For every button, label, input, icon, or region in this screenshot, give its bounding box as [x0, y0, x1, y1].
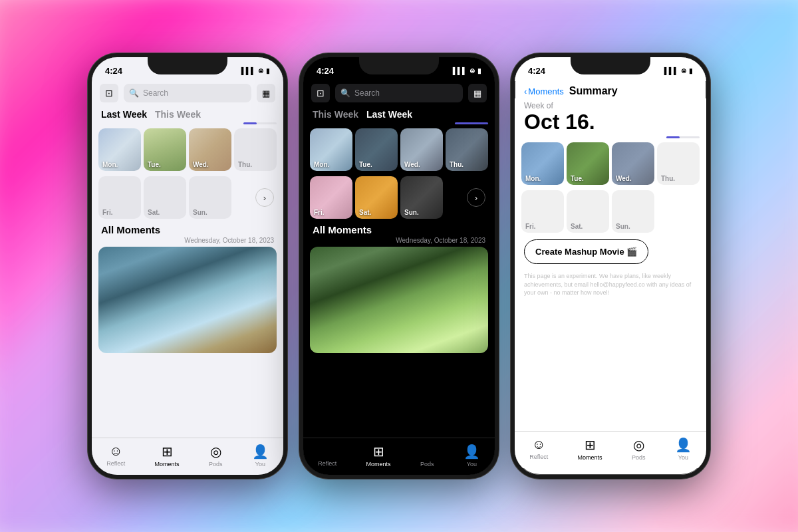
phone1-day-mon[interactable]: Mon. [98, 128, 141, 171]
phone1-all-moments-title: All Moments [92, 221, 283, 237]
phone2-nav-reflect[interactable]: ☺ Reflect [318, 444, 336, 467]
phone1-app-icon-symbol: ⊡ [105, 88, 113, 98]
phone3-progress-track [666, 136, 700, 138]
phone1-reflect-icon: ☺ [109, 444, 122, 459]
phone3-nav-moments[interactable]: ⊞ Moments [578, 437, 602, 461]
phone2-day-sat[interactable]: Sat. [355, 176, 398, 219]
phone3-you-label: You [678, 454, 688, 461]
phone2-day-tue[interactable]: Tue. [355, 128, 398, 171]
phone1-search-placeholder: Search [143, 88, 168, 98]
phone1-notch [148, 57, 227, 74]
phone3-day-wed-label: Wed. [616, 175, 632, 182]
phone2-arrow-btn[interactable]: › [467, 188, 485, 207]
phone2-day-mon[interactable]: Mon. [310, 128, 352, 171]
phone3-days-grid-row1: Mon. Tue. Wed. Thu. [515, 140, 706, 188]
phone3-notch [571, 57, 650, 74]
phone2-moments-label: Moments [366, 461, 391, 467]
phone1-status-icons: ▌▌▌ ⊜ ▮ [241, 67, 270, 74]
phone3-mashup-btn[interactable]: Create Mashup Movie 🎬 [524, 239, 648, 264]
phone2-app-icon[interactable]: ⊡ [311, 84, 330, 102]
phone1-tab-lastweek[interactable]: This Week [155, 109, 201, 120]
phone1-nav-reflect[interactable]: ☺ Reflect [106, 444, 125, 467]
phone1-day-tue-label: Tue. [148, 161, 161, 168]
phone2-day-sun-label: Sun. [404, 209, 419, 216]
phone1-day-mon-label: Mon. [102, 161, 118, 168]
phone2-main-photo-img [310, 247, 488, 353]
phone1-week-tabs: Last Week This Week [92, 105, 283, 122]
phone1-progress-fill [243, 122, 257, 124]
phone1-time: 4:24 [105, 66, 122, 76]
phone3-week-date: Oct 16. [515, 110, 706, 136]
phone2-pods-label: Pods [420, 461, 434, 467]
phone2-day-fri[interactable]: Fri. [310, 176, 352, 219]
phone1-day-sat[interactable]: Sat. [144, 176, 186, 219]
phone2-week-tabs: This Week Last Week [303, 105, 495, 122]
phone2-time: 4:24 [317, 66, 334, 76]
phone3-pods-icon: ◎ [633, 437, 644, 453]
phone2-search-bar[interactable]: 🔍 Search [335, 84, 463, 102]
phone1-you-icon: 👤 [252, 444, 269, 460]
phone3-day-sat[interactable]: Sat. [567, 190, 609, 233]
phone1-day-sun-label: Sun. [193, 209, 207, 216]
phone1-day-wed-label: Wed. [193, 161, 209, 168]
phone3-day-wed[interactable]: Wed. [612, 142, 654, 185]
phone2-days-grid-row1: Mon. Tue. Wed. Thu. [303, 126, 495, 174]
phone1-day-tue[interactable]: Tue. [144, 128, 186, 171]
phone3-days-grid-row2: Fri. Sat. Sun. [515, 188, 706, 235]
phone1-day-sun[interactable]: Sun. [189, 176, 231, 219]
phone1-pods-icon: ◎ [210, 444, 221, 460]
phone2-day-mon-label: Mon. [314, 161, 329, 168]
phone2-main-photo[interactable] [310, 247, 488, 353]
phone2-day-thu[interactable]: Thu. [446, 128, 488, 171]
phone1-progress-track [243, 122, 277, 124]
phone2-reflect-label: Reflect [318, 460, 336, 467]
phone1-nav-pods[interactable]: ◎ Pods [209, 444, 223, 467]
phone1-tab-thisweek[interactable]: Last Week [101, 109, 147, 120]
phone3-progress-fill [666, 136, 680, 138]
phone-3: 4:24 ▌▌▌ ⊜ ▮ ‹ Moments Summary Week of O… [511, 53, 710, 479]
phone1-content: Last Week This Week Mon. Tue. [92, 105, 283, 438]
phone1-search-bar[interactable]: 🔍 Search [124, 84, 251, 102]
phone3-you-icon: 👤 [675, 437, 692, 453]
phone2-nav-pods[interactable]: ◎ Pods [420, 444, 434, 467]
phone2-bottom-nav: ☺ Reflect ⊞ Moments ◎ Pods 👤 You [303, 438, 495, 475]
phone3-day-thu[interactable]: Thu. [657, 142, 700, 185]
phone1-nav-moments[interactable]: ⊞ Moments [155, 444, 180, 467]
phone1-day-thu[interactable]: Thu. [234, 128, 277, 171]
phone3-day-fri[interactable]: Fri. [521, 190, 564, 233]
phone2-day-sun[interactable]: Sun. [400, 176, 443, 219]
phone1-battery-icon: ▮ [266, 67, 270, 74]
phone3-nav-reflect[interactable]: ☺ Reflect [529, 437, 548, 460]
phone3-back-btn[interactable]: ‹ Moments [524, 86, 564, 96]
phone1-main-photo[interactable] [98, 247, 277, 353]
phone3-reflect-icon: ☺ [532, 437, 545, 452]
phone1-calendar-btn[interactable]: ▦ [257, 84, 275, 102]
phone3-day-tue-label: Tue. [571, 175, 584, 182]
phone1-day-wed[interactable]: Wed. [189, 128, 231, 171]
phone2-tab-thisweek[interactable]: This Week [313, 109, 358, 120]
phone2-progress-fill [455, 122, 488, 124]
phone3-day-sun[interactable]: Sun. [612, 190, 654, 233]
phone1-day-fri[interactable]: Fri. [98, 176, 141, 219]
phone2-nav-you[interactable]: 👤 You [464, 444, 480, 467]
phone3-nav-you[interactable]: 👤 You [675, 437, 692, 461]
phone2-section-date: Wednesday, October 18, 2023 [303, 237, 495, 247]
phone2-all-moments-title: All Moments [303, 221, 495, 237]
phone1-app-icon[interactable]: ⊡ [100, 84, 118, 102]
phone3-day-mon-label: Mon. [525, 175, 541, 182]
phone1-nav-you[interactable]: 👤 You [252, 444, 269, 467]
phone2-calendar-btn[interactable]: ▦ [468, 84, 487, 102]
phone3-week-of-label: Week of [515, 98, 706, 110]
phone2-nav-moments[interactable]: ⊞ Moments [366, 444, 391, 467]
phone3-moments-label: Moments [578, 454, 602, 461]
phones-container: 4:24 ▌▌▌ ⊜ ▮ ⊡ 🔍 Search ▦ Last We [0, 0, 798, 532]
phone2-wifi-icon: ⊜ [469, 67, 475, 74]
phone1-calendar-icon: ▦ [262, 88, 270, 98]
phone2-day-wed[interactable]: Wed. [400, 128, 443, 171]
phone1-arrow-btn[interactable]: › [255, 188, 274, 207]
phone3-day-mon[interactable]: Mon. [521, 142, 564, 185]
phone3-nav-pods[interactable]: ◎ Pods [632, 437, 646, 461]
phone1-moments-label: Moments [155, 461, 180, 467]
phone3-day-tue[interactable]: Tue. [567, 142, 609, 185]
phone2-tab-lastweek[interactable]: Last Week [366, 109, 412, 120]
